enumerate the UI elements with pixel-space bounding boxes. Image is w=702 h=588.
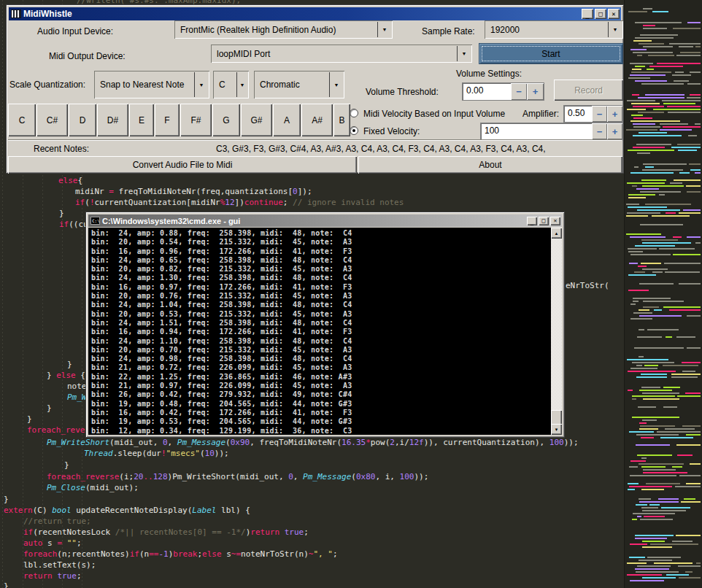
- increment-button[interactable]: +: [607, 106, 622, 122]
- note-button-Fs[interactable]: F#: [180, 104, 212, 136]
- minimap-code-row: [641, 263, 661, 264]
- minimap-code-row: [636, 365, 642, 366]
- minimap-code-row: [672, 466, 682, 468]
- minimap-code-row: [687, 315, 701, 317]
- console-scrollbar[interactable]: ▲ ▼: [551, 228, 562, 435]
- minimap-code-row: [641, 457, 647, 459]
- minimize-button[interactable]: _: [527, 217, 537, 225]
- note-button-As[interactable]: A#: [301, 104, 333, 136]
- minimap-code-row: [640, 34, 678, 36]
- minimap-code-row: [632, 417, 679, 418]
- minimap-code-row: [632, 362, 674, 363]
- note-button-Cs[interactable]: C#: [36, 104, 68, 136]
- minimap-code-row: [679, 172, 690, 174]
- minimap-code-row: [633, 106, 664, 107]
- key-combo[interactable]: C ▼: [213, 71, 249, 98]
- amplifier-input[interactable]: 0.50: [564, 106, 592, 122]
- note-button-F[interactable]: F: [155, 104, 180, 136]
- minimap-code-row: [630, 254, 671, 255]
- minimap-code-row: [627, 562, 647, 564]
- minimap-code-row: [633, 135, 682, 136]
- minimap-code-row: [627, 109, 646, 110]
- minimap-code-row: [684, 498, 695, 500]
- minimap-code-row: [687, 97, 701, 98]
- chevron-down-icon[interactable]: ▼: [329, 72, 343, 97]
- scroll-up-arrow[interactable]: ▲: [551, 228, 562, 239]
- cmd-titlebar[interactable]: C:\ C:\Windows\system32\cmd.exe - gui _ …: [88, 214, 562, 227]
- note-button-D[interactable]: D: [69, 104, 96, 136]
- console-line: bin: 24, amp: 1.51, freq: 258.398, midi:…: [91, 319, 352, 328]
- midi-output-device-combo[interactable]: loopMIDI Port ▼: [211, 45, 472, 63]
- note-button-G[interactable]: G: [212, 104, 240, 136]
- minimap-code-row: [635, 37, 674, 39]
- fixed-velocity-input[interactable]: 100: [481, 123, 592, 139]
- minimap-code-row: [632, 69, 641, 70]
- editor-minimap[interactable]: [624, 0, 702, 588]
- focus-rect: [482, 46, 620, 61]
- chevron-down-icon[interactable]: ▼: [608, 22, 622, 37]
- minimap-code-row: [640, 519, 673, 520]
- scale-combo[interactable]: Chromatic ▼: [254, 71, 344, 98]
- maximize-button[interactable]: □: [539, 217, 549, 225]
- minimap-code-row: [671, 374, 701, 375]
- minimap-code-row: [667, 106, 701, 107]
- cmd-console-icon: C:\: [90, 217, 100, 225]
- note-button-C[interactable]: C: [8, 104, 36, 136]
- audio-input-device-combo[interactable]: FrontMic (Realtek High Definition Audio)…: [174, 20, 393, 39]
- minimap-code-row: [633, 52, 673, 53]
- minimap-code-row: [652, 11, 668, 12]
- decrement-button[interactable]: −: [592, 123, 607, 139]
- note-button-E[interactable]: E: [129, 104, 154, 136]
- minimap-code-row: [695, 123, 701, 125]
- minimap-code-row: [641, 489, 664, 490]
- minimap-code-row: [653, 109, 701, 110]
- chevron-down-icon[interactable]: ▼: [236, 72, 247, 97]
- midiwhistle-titlebar[interactable]: MidiWhistle _ □ ✕: [9, 7, 621, 20]
- volume-threshold-label: Volume Threshold:: [366, 87, 439, 97]
- start-button[interactable]: Start: [479, 43, 623, 64]
- note-button-Gs[interactable]: G#: [241, 104, 272, 136]
- decrement-button[interactable]: −: [511, 83, 527, 100]
- code-line: }: [64, 460, 69, 471]
- quantization-mode-combo[interactable]: Snap to Nearest Note ▼: [94, 71, 209, 98]
- sample-rate-combo[interactable]: 192000 ▼: [485, 20, 623, 39]
- chevron-down-icon[interactable]: ▼: [194, 72, 208, 97]
- minimap-code-row: [689, 163, 701, 165]
- quantization-mode-value: Snap to Nearest Note: [100, 80, 184, 90]
- minimap-code-row: [639, 329, 644, 330]
- minimize-button[interactable]: _: [582, 9, 593, 19]
- increment-button[interactable]: +: [607, 123, 622, 139]
- note-button-B[interactable]: B: [333, 104, 350, 136]
- minimap-code-row: [670, 182, 682, 184]
- minimap-code-row: [638, 406, 656, 408]
- minimap-code-row: [639, 356, 644, 357]
- minimap-code-row: [633, 513, 675, 514]
- increment-button[interactable]: +: [527, 83, 544, 100]
- minimap-code-row: [626, 204, 639, 205]
- minimap-code-row: [636, 434, 679, 436]
- note-button-Ds[interactable]: D#: [97, 104, 128, 136]
- volume-threshold-input[interactable]: 0.00: [463, 83, 511, 100]
- chevron-down-icon[interactable]: ▼: [377, 22, 391, 37]
- minimap-code-row: [677, 395, 701, 397]
- minimap-code-row: [635, 80, 667, 82]
- minimap-code-row: [636, 504, 647, 506]
- record-button[interactable]: Record: [554, 80, 623, 101]
- maximize-button[interactable]: □: [595, 9, 606, 19]
- minimap-code-row: [643, 469, 676, 471]
- fixed-velocity-radio[interactable]: [350, 126, 358, 135]
- code-line: else{: [58, 175, 82, 186]
- midi-velocity-radio[interactable]: [350, 109, 358, 117]
- minimap-code-row: [628, 483, 639, 484]
- minimap-code-row: [649, 504, 660, 506]
- chevron-down-icon[interactable]: ▼: [457, 46, 471, 61]
- note-button-A[interactable]: A: [273, 104, 301, 136]
- close-button[interactable]: ✕: [550, 217, 560, 225]
- minimap-code-row: [643, 46, 673, 47]
- decrement-button[interactable]: −: [592, 106, 607, 122]
- minimap-code-row: [642, 577, 676, 579]
- close-button[interactable]: ✕: [608, 9, 620, 19]
- about-button[interactable]: About: [358, 156, 622, 174]
- scroll-down-arrow[interactable]: ▼: [551, 424, 562, 435]
- convert-audio-button[interactable]: Convert Audio File to Midi: [8, 156, 357, 174]
